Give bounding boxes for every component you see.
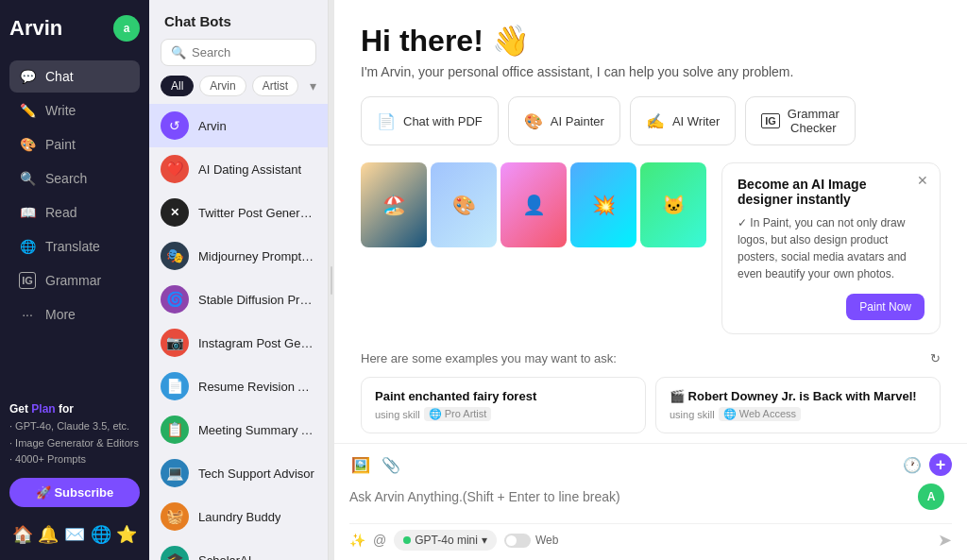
list-item[interactable]: 🌀 Stable Diffusion Prom...	[149, 278, 328, 321]
bottom-nav: 🏠 🔔 ✉️ 🌐 ⭐	[9, 520, 140, 545]
search-input[interactable]	[192, 45, 306, 59]
chrome-icon[interactable]: 🌐	[91, 524, 111, 545]
example-card[interactable]: 🎬 Robert Downey Jr. is Back with Marvel!…	[655, 377, 941, 433]
list-item[interactable]: 🧺 Laundry Buddy	[149, 495, 328, 538]
list-item[interactable]: 📷 Instagram Post Genera...	[149, 321, 328, 365]
paint-icon: 🎨	[19, 136, 36, 153]
mail-icon[interactable]: ✉️	[64, 524, 85, 545]
sidebar-item-read[interactable]: 📖 Read	[9, 196, 140, 229]
bot-name: Resume Revision Assis...	[198, 380, 316, 394]
send-button[interactable]: ➤	[938, 530, 952, 551]
bot-name: Instagram Post Genera...	[198, 336, 316, 350]
filter-all[interactable]: All	[161, 76, 194, 96]
search-box[interactable]: 🔍	[161, 39, 316, 66]
bot-name: Twitter Post Generator	[198, 206, 316, 220]
sidebar-item-search[interactable]: 🔍 Search	[9, 162, 140, 195]
ai-writer-button[interactable]: ✍️ AI Writer	[630, 96, 736, 145]
grammar-checker-button[interactable]: IG GrammarChecker	[745, 96, 856, 145]
more-icon: ···	[19, 306, 36, 323]
model-selector[interactable]: GPT-4o mini ▾	[394, 530, 497, 551]
example-card[interactable]: Paint enchanted fairy forest using skill…	[361, 377, 646, 433]
promo-text: ✓ In Paint, you can not only draw logos,…	[738, 214, 925, 282]
quick-btn-label: GrammarChecker	[788, 107, 840, 135]
writer-icon: ✍️	[646, 112, 665, 130]
bot-name: ScholarAI	[198, 553, 251, 561]
sidebar-item-grammar[interactable]: IG Grammar	[9, 264, 140, 297]
sidebar-item-write[interactable]: ✏️ Write	[9, 94, 140, 127]
star-icon[interactable]: ⭐	[116, 524, 137, 545]
sidebar-item-label: Paint	[45, 137, 76, 152]
grammar-icon: IG	[19, 272, 36, 289]
bot-avatar: 🎓	[161, 546, 189, 560]
main-body: Hi there! 👋 I'm Arvin, your personal off…	[334, 0, 967, 443]
search-icon: 🔍	[19, 170, 36, 187]
chat-pdf-button[interactable]: 📄 Chat with PDF	[361, 96, 499, 145]
promo-close-button[interactable]: ✕	[917, 173, 928, 188]
home-icon[interactable]: 🏠	[12, 524, 33, 545]
web-label: Web	[535, 534, 558, 547]
panel-header: Chat Bots	[149, 0, 328, 39]
list-item[interactable]: 🎓 ScholarAI	[149, 538, 328, 560]
examples-header: Here are some examples you may want to a…	[361, 351, 941, 365]
filter-arvin[interactable]: Arvin	[199, 76, 246, 96]
subscribe-button[interactable]: 🚀 Subscribe	[9, 478, 140, 507]
file-attach-icon[interactable]: 📎	[380, 454, 402, 476]
notification-icon[interactable]: 🔔	[38, 524, 59, 545]
pdf-icon: 📄	[377, 112, 396, 130]
bot-name: Midjourney Prompt Ge...	[198, 249, 316, 263]
toggle-track	[504, 534, 531, 548]
history-icon[interactable]: 🕐	[903, 456, 922, 474]
plan-line1: · GPT-4o, Claude 3.5, etc.	[9, 420, 129, 432]
middle-panel: Chat Bots 🔍 All Arvin Artist ▾ ↺ Arvin ❤…	[149, 0, 329, 560]
filter-more-icon[interactable]: ▾	[310, 78, 316, 93]
list-item[interactable]: ↺ Arvin	[149, 104, 328, 147]
examples-header-text: Here are some examples you may want to a…	[361, 351, 617, 365]
greeting-subtitle: I'm Arvin, your personal office assistan…	[361, 64, 941, 79]
sidebar-item-label: More	[45, 307, 76, 322]
greeting-title: Hi there! 👋	[361, 23, 941, 59]
sidebar-item-more[interactable]: ··· More	[9, 298, 140, 331]
sidebar-item-translate[interactable]: 🌐 Translate	[9, 230, 140, 263]
refresh-icon[interactable]: ↻	[930, 351, 941, 365]
list-item[interactable]: ❤️ AI Dating Assistant	[149, 147, 328, 191]
bot-name: AI Dating Assistant	[198, 162, 301, 177]
banner-images: 🏖️ 🎨 👤 💥 🐱	[361, 162, 706, 334]
sidebar-item-label: Grammar	[45, 273, 101, 288]
image-thumb: 👤	[500, 162, 567, 247]
quick-btn-label: AI Writer	[672, 114, 720, 128]
list-item[interactable]: 💻 Tech Support Advisor	[149, 451, 328, 495]
sidebar-item-label: Read	[45, 205, 76, 220]
sidebar-item-paint[interactable]: 🎨 Paint	[9, 128, 140, 161]
bot-avatar: ↺	[161, 111, 189, 140]
list-item[interactable]: 📄 Resume Revision Assis...	[149, 365, 328, 408]
plan-line3: · 4000+ Prompts	[9, 453, 86, 465]
sidebar-item-label: Search	[45, 171, 87, 186]
model-label: GPT-4o mini	[415, 534, 478, 547]
sidebar-item-chat[interactable]: 💬 Chat	[9, 60, 140, 93]
example-title: Paint enchanted fairy forest	[375, 389, 632, 403]
image-thumb: 🐱	[640, 162, 706, 247]
emoji-icon[interactable]: @	[373, 533, 386, 548]
paint-now-button[interactable]: Paint Now	[846, 294, 925, 320]
list-item[interactable]: 📋 Meeting Summary Assi...	[149, 408, 328, 451]
add-icon[interactable]: +	[929, 453, 952, 476]
web-toggle[interactable]: Web	[504, 534, 558, 548]
sparkle-icon[interactable]: ✨	[349, 533, 365, 548]
bot-name: Laundry Buddy	[198, 510, 280, 524]
banner-area: 🏖️ 🎨 👤 💥 🐱 ✕ Become an AI Image designer…	[361, 162, 941, 334]
sidebar-item-label: Chat	[45, 69, 74, 84]
list-item[interactable]: 🎭 Midjourney Prompt Ge...	[149, 234, 328, 278]
list-item[interactable]: ✕ Twitter Post Generator	[149, 191, 328, 234]
chevron-down-icon: ▾	[482, 534, 487, 547]
filter-artist[interactable]: Artist	[252, 76, 298, 96]
image-attach-icon[interactable]: 🖼️	[349, 454, 372, 476]
ai-painter-button[interactable]: 🎨 AI Painter	[508, 96, 620, 145]
bot-avatar: 🧺	[161, 502, 189, 531]
chat-footer-bottom: ✨ @ GPT-4o mini ▾ Web ➤	[349, 523, 952, 551]
avatar: a	[113, 15, 140, 42]
chat-footer: 🖼️ 📎 🕐 + A ✨ @ GPT-4o mini ▾ Web ➤	[334, 443, 967, 560]
bot-avatar: 🌀	[161, 285, 189, 314]
chat-input[interactable]	[349, 485, 910, 508]
bot-name: Meeting Summary Assi...	[198, 423, 316, 437]
app-name: Arvin	[9, 16, 62, 41]
